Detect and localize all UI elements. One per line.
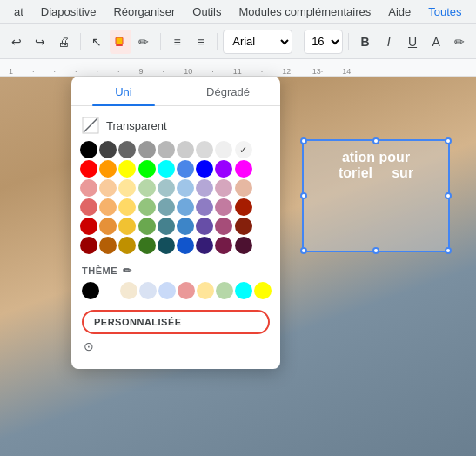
handle-ml[interactable]: [300, 192, 307, 199]
align-left-icon[interactable]: ≡: [166, 30, 188, 54]
textbox-selected[interactable]: ation pourtoriel sur: [302, 139, 450, 252]
handle-mr[interactable]: [445, 192, 452, 199]
color-swatch[interactable]: [118, 141, 136, 158]
color-swatch[interactable]: [158, 160, 175, 178]
theme-color-swatch[interactable]: [216, 282, 233, 299]
color-swatch[interactable]: [196, 218, 213, 235]
color-swatch[interactable]: [177, 237, 194, 254]
color-swatch[interactable]: [158, 218, 175, 235]
menu-slide[interactable]: Diapositive: [34, 3, 104, 20]
custom-color-button[interactable]: PERSONNALISÉE: [82, 310, 270, 334]
color-swatch[interactable]: [118, 160, 136, 178]
theme-color-swatch[interactable]: [254, 282, 272, 299]
menu-arrange[interactable]: Réorganiser: [106, 3, 182, 20]
color-swatch[interactable]: [138, 237, 156, 254]
size-select[interactable]: 16: [304, 30, 343, 54]
color-swatch[interactable]: [215, 237, 232, 254]
underline-icon[interactable]: U: [401, 30, 423, 54]
color-swatch[interactable]: [138, 141, 156, 158]
color-swatch[interactable]: [158, 141, 175, 158]
color-swatch[interactable]: [99, 160, 117, 178]
color-swatch[interactable]: [215, 160, 232, 178]
color-swatch[interactable]: [118, 179, 136, 197]
handle-tr[interactable]: [445, 137, 452, 144]
theme-color-swatch[interactable]: [82, 282, 99, 299]
paint-bucket-icon[interactable]: [110, 30, 131, 54]
theme-color-swatch[interactable]: [178, 282, 195, 299]
color-swatch[interactable]: [138, 218, 156, 235]
color-swatch[interactable]: [80, 237, 97, 254]
edit-theme-icon[interactable]: ✏: [123, 265, 132, 277]
color-swatch[interactable]: [80, 141, 97, 158]
menu-all[interactable]: Toutes: [421, 3, 468, 20]
eyedropper-icon[interactable]: ⊙: [84, 339, 101, 357]
color-swatch[interactable]: [80, 198, 97, 216]
color-swatch[interactable]: [196, 160, 213, 178]
color-swatch[interactable]: [80, 179, 97, 197]
color-swatch[interactable]: [158, 198, 175, 216]
theme-color-swatch[interactable]: [197, 282, 214, 299]
tab-degrade[interactable]: Dégradé: [176, 77, 280, 105]
color-swatch[interactable]: [118, 237, 136, 254]
handle-tl[interactable]: [300, 137, 307, 144]
cursor-icon[interactable]: ↖: [85, 30, 107, 54]
italic-icon[interactable]: I: [378, 30, 399, 54]
handle-bl[interactable]: [300, 247, 307, 254]
color-swatch[interactable]: [235, 179, 252, 197]
color-swatch[interactable]: [99, 237, 117, 254]
color-swatch[interactable]: [215, 218, 232, 235]
handle-br[interactable]: [445, 247, 452, 254]
print-icon[interactable]: 🖨: [52, 30, 74, 54]
color-swatch[interactable]: [235, 160, 252, 178]
align-right-icon[interactable]: ≡: [190, 30, 211, 54]
color-swatch[interactable]: [99, 198, 117, 216]
color-swatch[interactable]: [177, 179, 194, 197]
font-select[interactable]: Arial: [223, 30, 292, 54]
theme-color-swatch[interactable]: [235, 282, 252, 299]
transparent-option[interactable]: Transparent: [71, 113, 280, 141]
handle-tm[interactable]: [372, 137, 379, 144]
color-swatch[interactable]: [215, 179, 232, 197]
color-swatch[interactable]: [118, 198, 136, 216]
theme-color-swatch[interactable]: [158, 282, 176, 299]
color-swatch[interactable]: [215, 141, 232, 158]
theme-color-swatch[interactable]: [139, 282, 157, 299]
tab-uni[interactable]: Uni: [71, 77, 176, 105]
menu-tools[interactable]: Outils: [185, 3, 228, 20]
color-swatch[interactable]: [138, 198, 156, 216]
bold-icon[interactable]: B: [354, 30, 376, 54]
color-swatch[interactable]: [99, 218, 117, 235]
redo-icon[interactable]: ↪: [29, 30, 50, 54]
color-swatch[interactable]: [177, 160, 194, 178]
color-swatch[interactable]: [177, 198, 194, 216]
color-swatch[interactable]: [235, 237, 252, 254]
undo-icon[interactable]: ↩: [5, 30, 27, 54]
color-swatch[interactable]: [177, 141, 194, 158]
color-swatch[interactable]: [80, 218, 97, 235]
color-swatch[interactable]: [158, 179, 175, 197]
color-swatch[interactable]: [177, 218, 194, 235]
menu-help[interactable]: Aide: [381, 3, 418, 20]
pencil-icon[interactable]: ✏: [133, 30, 155, 54]
color-swatch[interactable]: [196, 198, 213, 216]
highlight-icon[interactable]: ✏: [449, 30, 471, 54]
color-swatch[interactable]: [158, 237, 175, 254]
color-swatch[interactable]: [235, 141, 252, 158]
color-swatch[interactable]: [254, 141, 272, 158]
menu-format[interactable]: at: [7, 3, 30, 20]
theme-color-swatch[interactable]: [101, 282, 118, 299]
color-swatch[interactable]: [99, 179, 117, 197]
color-swatch[interactable]: [215, 198, 232, 216]
color-swatch[interactable]: [80, 160, 97, 178]
color-swatch[interactable]: [99, 141, 117, 158]
color-swatch[interactable]: [118, 218, 136, 235]
handle-bm[interactable]: [372, 247, 379, 254]
color-swatch[interactable]: [196, 141, 213, 158]
color-swatch[interactable]: [235, 218, 252, 235]
color-swatch[interactable]: [138, 160, 156, 178]
color-swatch[interactable]: [196, 179, 213, 197]
menu-addons[interactable]: Modules complémentaires: [232, 3, 379, 20]
color-swatch[interactable]: [235, 198, 252, 216]
color-swatch[interactable]: [138, 179, 156, 197]
color-swatch[interactable]: [196, 237, 213, 254]
